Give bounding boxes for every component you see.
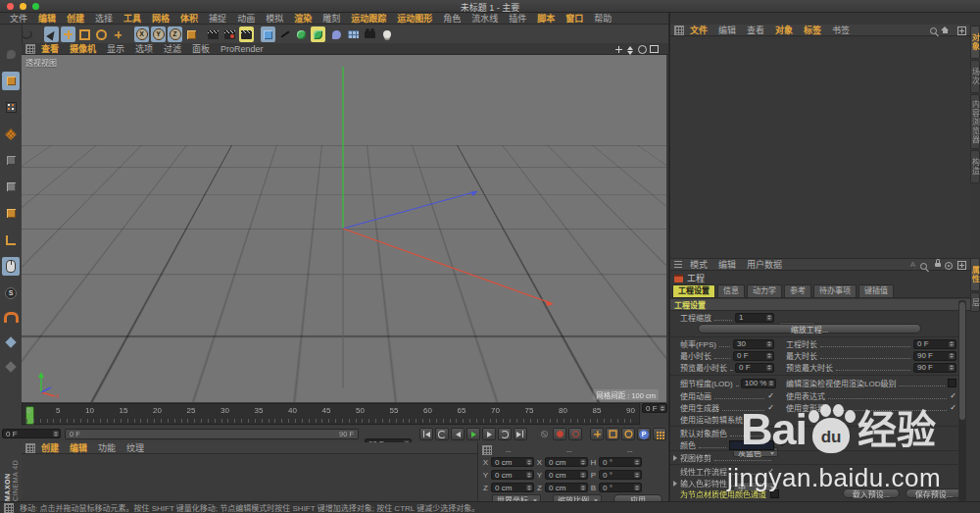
am-menu-mode[interactable]: 模式 — [690, 258, 708, 271]
om-menu-edit[interactable]: 编辑 — [718, 24, 736, 36]
workplane-mode-icon[interactable] — [2, 125, 20, 143]
menu-help[interactable]: 帮助 — [594, 12, 612, 25]
mat-menu-edit[interactable]: 编辑 — [70, 441, 87, 454]
view-clip-expander[interactable] — [673, 455, 677, 461]
goto-start-button[interactable] — [419, 428, 433, 440]
key-parameter-toggle[interactable]: P — [637, 428, 651, 440]
perspective-viewport[interactable]: x 透视视图 网格间距 : 100 cm — [22, 55, 666, 402]
menu-create[interactable]: 创建 — [67, 12, 84, 25]
points-mode-icon[interactable] — [2, 151, 20, 170]
menu-sculpt[interactable]: 雕刻 — [322, 12, 340, 25]
linear-workflow-check[interactable]: ✓ — [767, 467, 774, 476]
viewport-solo-icon[interactable] — [2, 257, 20, 276]
color-swatch[interactable] — [729, 440, 774, 450]
light-icon[interactable] — [379, 26, 394, 42]
rot-h-field[interactable]: 0 ° — [599, 457, 642, 467]
vp-menu-view[interactable]: 查看 — [41, 42, 59, 55]
rot-p-field[interactable]: 0 ° — [599, 470, 642, 480]
use-deformers-check[interactable]: ✓ — [950, 403, 956, 412]
menu-simulate[interactable]: 模拟 — [266, 12, 283, 25]
menu-edit[interactable]: 编辑 — [38, 12, 56, 25]
camera-icon[interactable] — [363, 26, 377, 42]
vp-menu-options[interactable]: 选项 — [135, 42, 153, 55]
selected-object-row[interactable]: 工程 — [670, 272, 970, 284]
om-menu-file[interactable]: 文件 — [690, 24, 708, 36]
viewport-pan-icon[interactable] — [613, 44, 623, 54]
use-generators-check[interactable]: ✓ — [767, 403, 774, 412]
fps-field[interactable]: 30 — [733, 339, 774, 349]
size-y-field[interactable]: 0 cm — [545, 470, 588, 480]
locked-workplane-icon[interactable] — [2, 333, 20, 351]
rot-b-field[interactable]: 0 ° — [599, 483, 642, 492]
timeline-ruler[interactable]: 0510 152025 303540 455055 606570 758085 … — [22, 403, 640, 425]
coordinate-system-icon[interactable] — [184, 26, 199, 42]
key-pla-toggle[interactable] — [653, 428, 666, 440]
am-letter-icon[interactable]: A — [910, 260, 915, 269]
project-scale-field[interactable]: 1 — [735, 313, 774, 323]
menu-tools[interactable]: 工具 — [123, 12, 141, 25]
preview-min-field[interactable]: 0 F — [735, 363, 774, 373]
axis-mode-icon[interactable] — [2, 231, 20, 249]
size-x-field[interactable]: 0 cm — [545, 457, 588, 467]
render-view-icon[interactable] — [206, 26, 220, 42]
vp-menu-prorender[interactable]: ProRender — [220, 44, 264, 54]
om-panel-icon[interactable] — [674, 26, 684, 35]
loop-button[interactable] — [498, 428, 512, 440]
side-tab-layers[interactable]: 层 — [970, 292, 980, 312]
scale-tool-icon[interactable] — [77, 26, 92, 42]
menu-mesh[interactable]: 网格 — [152, 12, 170, 25]
magnet-icon[interactable] — [2, 308, 20, 327]
pos-y-field[interactable]: 0 cm — [491, 470, 534, 480]
am-add-icon[interactable] — [957, 261, 966, 270]
tab-key-interpolation[interactable]: 键插值 — [858, 284, 894, 297]
polygons-mode-icon[interactable] — [2, 204, 20, 223]
size-z-field[interactable]: 0 cm — [545, 483, 588, 492]
mat-menu-texture[interactable]: 纹理 — [126, 441, 144, 454]
coords-header-position[interactable]: -- — [506, 446, 553, 455]
menu-snap[interactable]: 捕捉 — [209, 12, 226, 25]
om-add-icon[interactable] — [957, 26, 966, 35]
vp-menu-display[interactable]: 显示 — [107, 42, 124, 55]
tab-referencing[interactable]: 参考 — [784, 284, 811, 297]
coords-panel-icon[interactable] — [482, 445, 492, 455]
menu-mograph[interactable]: 运动图形 — [397, 12, 432, 25]
menu-render[interactable]: 渲染 — [294, 12, 312, 25]
frame-range-slider[interactable]: 0 F 90 F — [65, 429, 359, 439]
tab-project-settings[interactable]: 工程设置 — [672, 284, 715, 297]
use-expressions-check[interactable]: ✓ — [950, 391, 956, 400]
lock-y-axis-icon[interactable]: Y — [151, 26, 166, 42]
menu-select[interactable]: 选择 — [95, 12, 113, 25]
lock-x-axis-icon[interactable]: X — [134, 26, 149, 42]
workplane-sync-icon[interactable] — [2, 357, 20, 376]
modifiers-icon[interactable] — [311, 26, 325, 42]
menu-plugins[interactable]: 插件 — [509, 12, 526, 25]
om-menu-objects[interactable]: 对象 — [775, 24, 793, 36]
mat-menu-create[interactable]: 创建 — [41, 441, 59, 454]
max-time-field[interactable]: 90 F — [913, 351, 956, 361]
om-search-icon[interactable] — [930, 27, 937, 34]
use-animation-check[interactable]: ✓ — [767, 391, 774, 400]
am-menu-edit[interactable]: 编辑 — [718, 258, 736, 271]
input-profile-expander[interactable] — [673, 481, 677, 487]
save-preset-button[interactable]: 保存预设... — [906, 488, 962, 498]
am-menu-userdata[interactable]: 用户数据 — [747, 258, 782, 271]
menu-script[interactable]: 脚本 — [537, 12, 555, 25]
vp-menu-filter[interactable]: 过滤 — [164, 42, 181, 55]
project-length-field[interactable]: 0 F — [913, 339, 956, 349]
side-tab-content-browser[interactable]: 内容浏览器 — [970, 94, 980, 149]
menu-character[interactable]: 角色 — [443, 12, 461, 25]
goto-end-button[interactable] — [514, 428, 527, 440]
lod-field[interactable]: 100 % — [741, 379, 777, 388]
material-panel-icon[interactable] — [25, 443, 35, 453]
play-button[interactable] — [466, 428, 480, 440]
lock-z-axis-icon[interactable]: Z — [168, 26, 182, 42]
pos-x-field[interactable]: 0 cm — [491, 457, 534, 467]
snap-icon[interactable]: S — [2, 283, 20, 302]
tab-todo[interactable]: 待办事项 — [813, 284, 857, 297]
om-home-icon[interactable] — [941, 26, 949, 30]
next-frame-button[interactable] — [482, 428, 496, 440]
menu-file[interactable]: 文件 — [10, 12, 27, 25]
side-tab-objects[interactable]: 对象 — [970, 26, 980, 59]
menu-animate[interactable]: 动画 — [237, 12, 255, 25]
load-preset-button[interactable]: 载入预设... — [843, 488, 900, 498]
